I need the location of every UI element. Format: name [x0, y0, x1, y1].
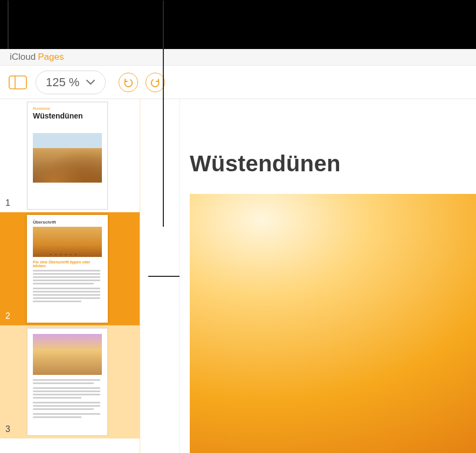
- undo-redo-group: [119, 73, 165, 92]
- toolbar: 125 %: [0, 66, 476, 99]
- page-number: 1: [5, 198, 10, 208]
- callout-line: [148, 276, 180, 277]
- thumb-text-lines: [33, 402, 102, 410]
- workarea: 1 Rundreise Wüstendünen 2 Überschrift Fü…: [0, 99, 476, 453]
- sidebar-toggle-button[interactable]: [6, 74, 29, 91]
- chevron-down-icon: [86, 79, 95, 86]
- document-title[interactable]: Wüstendünen: [190, 151, 341, 177]
- thumb-image-landscape: [33, 334, 102, 375]
- thumb-subheading: Für eine Überschrift tippen oder klicken: [33, 260, 102, 268]
- thumb-text-lines: [33, 288, 102, 302]
- redo-icon: [150, 77, 161, 88]
- document-canvas[interactable]: Wüstendünen: [140, 99, 476, 453]
- zoom-dropdown[interactable]: 125 %: [36, 71, 106, 94]
- thumb-text-lines: [33, 387, 102, 399]
- page-thumbnail-3[interactable]: 3: [0, 325, 140, 438]
- thumbnail-preview: [27, 328, 108, 436]
- undo-icon: [123, 77, 134, 88]
- redo-button[interactable]: [146, 73, 165, 92]
- thumb-image-caravan: [33, 227, 102, 257]
- thumb-brand: Rundreise: [33, 107, 102, 110]
- thumb-heading: Überschrift: [33, 220, 102, 225]
- page-thumbnail-2[interactable]: 2 Überschrift Für eine Überschrift tippe…: [0, 212, 140, 325]
- thumbnail-preview: Überschrift Für eine Überschrift tippen …: [27, 215, 108, 323]
- page-thumbnail-1[interactable]: 1 Rundreise Wüstendünen: [0, 99, 140, 212]
- zoom-value: 125 %: [46, 75, 79, 89]
- icloud-label: iCloud: [10, 52, 36, 62]
- sidebar-icon: [9, 75, 27, 89]
- app-header: iCloud Pages: [0, 49, 476, 66]
- svg-rect-0: [9, 76, 26, 89]
- callout-line: [8, 1, 9, 49]
- thumb-text-lines: [33, 270, 102, 284]
- thumbnail-preview: Rundreise Wüstendünen: [27, 102, 108, 210]
- annotation-black-bar: [0, 0, 476, 49]
- pages-label: Pages: [38, 52, 64, 62]
- thumb-title: Wüstendünen: [33, 111, 102, 120]
- thumb-image-dunes: [33, 133, 102, 183]
- page-number: 3: [5, 424, 10, 434]
- document-hero-image[interactable]: [190, 194, 476, 453]
- page-thumbnails-sidebar: 1 Rundreise Wüstendünen 2 Überschrift Fü…: [0, 99, 140, 453]
- page-number: 2: [5, 311, 10, 321]
- undo-button[interactable]: [119, 73, 138, 92]
- thumb-text-lines: [33, 413, 102, 418]
- callout-line: [163, 1, 164, 227]
- thumb-text-lines: [33, 379, 102, 384]
